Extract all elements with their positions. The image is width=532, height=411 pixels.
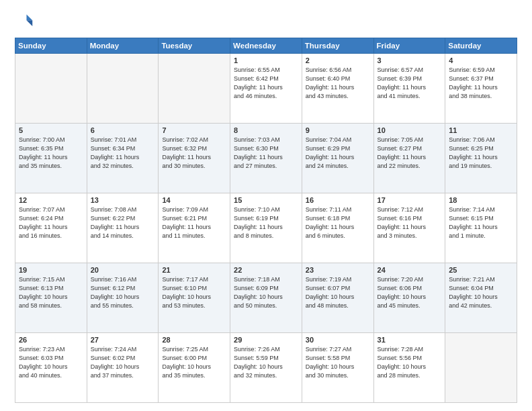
week-row-3: 12Sunrise: 7:07 AM Sunset: 6:24 PM Dayli… bbox=[15, 193, 517, 263]
day-info: Sunrise: 6:57 AM Sunset: 6:39 PM Dayligh… bbox=[378, 66, 442, 101]
logo bbox=[15, 12, 36, 31]
calendar-cell bbox=[445, 333, 517, 403]
day-info: Sunrise: 7:02 AM Sunset: 6:32 PM Dayligh… bbox=[162, 136, 226, 171]
day-info: Sunrise: 6:55 AM Sunset: 6:42 PM Dayligh… bbox=[234, 66, 298, 101]
day-info: Sunrise: 7:10 AM Sunset: 6:19 PM Dayligh… bbox=[234, 205, 298, 240]
day-number: 24 bbox=[378, 266, 442, 274]
calendar-cell: 17Sunrise: 7:12 AM Sunset: 6:16 PM Dayli… bbox=[373, 193, 445, 263]
day-info: Sunrise: 7:20 AM Sunset: 6:06 PM Dayligh… bbox=[378, 275, 442, 310]
day-info: Sunrise: 7:26 AM Sunset: 5:59 PM Dayligh… bbox=[234, 345, 298, 380]
day-number: 14 bbox=[162, 196, 226, 204]
day-header-saturday: Saturday bbox=[445, 38, 517, 54]
day-number: 8 bbox=[234, 126, 298, 134]
day-info: Sunrise: 7:09 AM Sunset: 6:21 PM Dayligh… bbox=[162, 205, 226, 240]
calendar-cell bbox=[15, 54, 87, 124]
header bbox=[15, 12, 517, 31]
day-number: 9 bbox=[306, 126, 370, 134]
day-number: 15 bbox=[234, 196, 298, 204]
calendar-cell: 15Sunrise: 7:10 AM Sunset: 6:19 PM Dayli… bbox=[230, 193, 302, 263]
calendar-cell: 1Sunrise: 6:55 AM Sunset: 6:42 PM Daylig… bbox=[230, 54, 302, 124]
day-number: 2 bbox=[306, 56, 370, 64]
calendar-cell: 31Sunrise: 7:28 AM Sunset: 5:56 PM Dayli… bbox=[373, 333, 445, 403]
logo-icon bbox=[15, 12, 34, 31]
calendar-cell: 29Sunrise: 7:26 AM Sunset: 5:59 PM Dayli… bbox=[230, 333, 302, 403]
calendar-cell: 24Sunrise: 7:20 AM Sunset: 6:06 PM Dayli… bbox=[373, 263, 445, 333]
day-number: 7 bbox=[162, 126, 226, 134]
calendar: SundayMondayTuesdayWednesdayThursdayFrid… bbox=[15, 38, 517, 403]
week-row-5: 26Sunrise: 7:23 AM Sunset: 6:03 PM Dayli… bbox=[15, 333, 517, 403]
day-info: Sunrise: 7:00 AM Sunset: 6:35 PM Dayligh… bbox=[19, 136, 83, 171]
calendar-cell: 9Sunrise: 7:04 AM Sunset: 6:29 PM Daylig… bbox=[302, 124, 373, 193]
calendar-cell: 13Sunrise: 7:08 AM Sunset: 6:22 PM Dayli… bbox=[87, 193, 159, 263]
day-info: Sunrise: 7:23 AM Sunset: 6:03 PM Dayligh… bbox=[19, 345, 83, 380]
day-info: Sunrise: 7:14 AM Sunset: 6:15 PM Dayligh… bbox=[449, 205, 513, 240]
calendar-cell: 18Sunrise: 7:14 AM Sunset: 6:15 PM Dayli… bbox=[445, 193, 517, 263]
week-row-2: 5Sunrise: 7:00 AM Sunset: 6:35 PM Daylig… bbox=[15, 124, 517, 193]
day-info: Sunrise: 7:06 AM Sunset: 6:25 PM Dayligh… bbox=[449, 136, 513, 171]
day-info: Sunrise: 6:56 AM Sunset: 6:40 PM Dayligh… bbox=[306, 66, 370, 101]
day-number: 21 bbox=[162, 266, 226, 274]
day-number: 27 bbox=[91, 336, 155, 344]
day-info: Sunrise: 7:12 AM Sunset: 6:16 PM Dayligh… bbox=[378, 205, 442, 240]
day-number: 30 bbox=[306, 336, 370, 344]
day-info: Sunrise: 6:59 AM Sunset: 6:37 PM Dayligh… bbox=[449, 66, 513, 101]
day-info: Sunrise: 7:28 AM Sunset: 5:56 PM Dayligh… bbox=[378, 345, 442, 380]
day-number: 23 bbox=[306, 266, 370, 274]
calendar-cell: 5Sunrise: 7:00 AM Sunset: 6:35 PM Daylig… bbox=[15, 124, 87, 193]
calendar-cell: 30Sunrise: 7:27 AM Sunset: 5:58 PM Dayli… bbox=[302, 333, 373, 403]
page: SundayMondayTuesdayWednesdayThursdayFrid… bbox=[0, 0, 532, 411]
day-info: Sunrise: 7:05 AM Sunset: 6:27 PM Dayligh… bbox=[378, 136, 442, 171]
days-header-row: SundayMondayTuesdayWednesdayThursdayFrid… bbox=[15, 38, 517, 54]
day-number: 16 bbox=[306, 196, 370, 204]
calendar-cell: 7Sunrise: 7:02 AM Sunset: 6:32 PM Daylig… bbox=[159, 124, 230, 193]
day-info: Sunrise: 7:01 AM Sunset: 6:34 PM Dayligh… bbox=[91, 136, 155, 171]
day-number: 25 bbox=[449, 266, 513, 274]
day-header-tuesday: Tuesday bbox=[159, 38, 230, 54]
day-info: Sunrise: 7:08 AM Sunset: 6:22 PM Dayligh… bbox=[91, 205, 155, 240]
day-header-friday: Friday bbox=[373, 38, 445, 54]
day-info: Sunrise: 7:03 AM Sunset: 6:30 PM Dayligh… bbox=[234, 136, 298, 171]
day-header-wednesday: Wednesday bbox=[230, 38, 302, 54]
calendar-cell: 25Sunrise: 7:21 AM Sunset: 6:04 PM Dayli… bbox=[445, 263, 517, 333]
day-number: 17 bbox=[378, 196, 442, 204]
day-number: 3 bbox=[378, 56, 442, 64]
day-number: 18 bbox=[449, 196, 513, 204]
day-info: Sunrise: 7:24 AM Sunset: 6:02 PM Dayligh… bbox=[91, 345, 155, 380]
day-info: Sunrise: 7:11 AM Sunset: 6:18 PM Dayligh… bbox=[306, 205, 370, 240]
calendar-cell: 19Sunrise: 7:15 AM Sunset: 6:13 PM Dayli… bbox=[15, 263, 87, 333]
week-row-1: 1Sunrise: 6:55 AM Sunset: 6:42 PM Daylig… bbox=[15, 54, 517, 124]
day-info: Sunrise: 7:04 AM Sunset: 6:29 PM Dayligh… bbox=[306, 136, 370, 171]
calendar-cell: 16Sunrise: 7:11 AM Sunset: 6:18 PM Dayli… bbox=[302, 193, 373, 263]
day-header-thursday: Thursday bbox=[302, 38, 373, 54]
calendar-cell bbox=[87, 54, 159, 124]
day-info: Sunrise: 7:07 AM Sunset: 6:24 PM Dayligh… bbox=[19, 205, 83, 240]
day-number: 28 bbox=[162, 336, 226, 344]
day-number: 11 bbox=[449, 126, 513, 134]
day-number: 12 bbox=[19, 196, 83, 204]
calendar-cell: 11Sunrise: 7:06 AM Sunset: 6:25 PM Dayli… bbox=[445, 124, 517, 193]
calendar-cell: 12Sunrise: 7:07 AM Sunset: 6:24 PM Dayli… bbox=[15, 193, 87, 263]
day-info: Sunrise: 7:15 AM Sunset: 6:13 PM Dayligh… bbox=[19, 275, 83, 310]
day-number: 10 bbox=[378, 126, 442, 134]
calendar-cell: 3Sunrise: 6:57 AM Sunset: 6:39 PM Daylig… bbox=[373, 54, 445, 124]
day-number: 22 bbox=[234, 266, 298, 274]
day-number: 4 bbox=[449, 56, 513, 64]
day-number: 20 bbox=[91, 266, 155, 274]
calendar-cell: 21Sunrise: 7:17 AM Sunset: 6:10 PM Dayli… bbox=[159, 263, 230, 333]
day-number: 19 bbox=[19, 266, 83, 274]
day-header-sunday: Sunday bbox=[15, 38, 87, 54]
calendar-cell: 6Sunrise: 7:01 AM Sunset: 6:34 PM Daylig… bbox=[87, 124, 159, 193]
calendar-cell: 14Sunrise: 7:09 AM Sunset: 6:21 PM Dayli… bbox=[159, 193, 230, 263]
day-info: Sunrise: 7:27 AM Sunset: 5:58 PM Dayligh… bbox=[306, 345, 370, 380]
day-info: Sunrise: 7:21 AM Sunset: 6:04 PM Dayligh… bbox=[449, 275, 513, 310]
day-number: 5 bbox=[19, 126, 83, 134]
day-info: Sunrise: 7:19 AM Sunset: 6:07 PM Dayligh… bbox=[306, 275, 370, 310]
calendar-cell: 8Sunrise: 7:03 AM Sunset: 6:30 PM Daylig… bbox=[230, 124, 302, 193]
calendar-cell: 20Sunrise: 7:16 AM Sunset: 6:12 PM Dayli… bbox=[87, 263, 159, 333]
calendar-cell bbox=[159, 54, 230, 124]
day-info: Sunrise: 7:16 AM Sunset: 6:12 PM Dayligh… bbox=[91, 275, 155, 310]
calendar-cell: 22Sunrise: 7:18 AM Sunset: 6:09 PM Dayli… bbox=[230, 263, 302, 333]
calendar-cell: 23Sunrise: 7:19 AM Sunset: 6:07 PM Dayli… bbox=[302, 263, 373, 333]
week-row-4: 19Sunrise: 7:15 AM Sunset: 6:13 PM Dayli… bbox=[15, 263, 517, 333]
calendar-cell: 2Sunrise: 6:56 AM Sunset: 6:40 PM Daylig… bbox=[302, 54, 373, 124]
